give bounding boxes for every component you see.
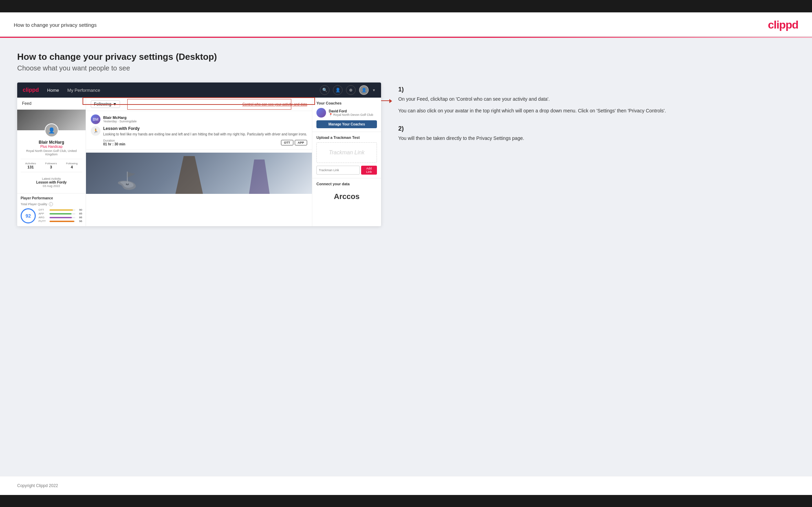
site-footer: Copyright Clippd 2022 bbox=[0, 476, 812, 495]
duration-value: 01 hr : 30 min bbox=[103, 142, 125, 146]
coach-club: 📍 Royal North Devon Golf Club bbox=[329, 113, 373, 117]
duration-label: Duration bbox=[103, 139, 125, 142]
feed-header-wrapper: Following ▼ Control who can see your act… bbox=[86, 98, 312, 111]
location-icon: 📍 bbox=[329, 113, 333, 117]
tag-app: APP bbox=[295, 140, 307, 145]
coach-name: David Ford bbox=[329, 109, 373, 113]
instruction-2-text: You will then be taken directly to the P… bbox=[398, 134, 795, 142]
app-body: Feed 👤 Blair McHarg Plus Handicap Royal … bbox=[17, 98, 381, 226]
annotation-arrow-head bbox=[389, 99, 392, 103]
plus-icon[interactable]: ⊕ bbox=[346, 85, 356, 95]
copyright-text: Copyright Clippd 2022 bbox=[17, 483, 58, 488]
instruction-2-para-1: You will then be taken directly to the P… bbox=[398, 134, 795, 142]
post-location: Yesterday · Sunningdale bbox=[103, 120, 137, 123]
avatar-icon[interactable]: 👤 bbox=[359, 85, 369, 95]
profile-handicap: Plus Handicap bbox=[21, 145, 82, 148]
app-mockup-wrapper: clippd Home My Performance 🔍 👤 ⊕ 👤 ▼ bbox=[17, 82, 381, 226]
quality-bars: OTT 90 APP 85 bbox=[39, 208, 82, 223]
profile-stats: Activities 131 Followers 3 Following 4 bbox=[21, 159, 82, 172]
coach-avatar bbox=[316, 108, 326, 118]
latest-activity-date: 03 Aug 2022 bbox=[24, 184, 79, 188]
profile-club: Royal North Devon Golf Club, United King… bbox=[21, 149, 82, 156]
feed-tab[interactable]: Feed bbox=[17, 98, 86, 110]
instruction-1-number: 1) bbox=[398, 86, 795, 93]
tag-row: OTT APP bbox=[281, 140, 307, 145]
manage-coaches-button[interactable]: Manage Your Coaches bbox=[316, 120, 377, 128]
post-title: Lesson with Fordy bbox=[103, 126, 307, 131]
annotation-arrow-line bbox=[381, 100, 391, 101]
golfer-silhouette-2 bbox=[249, 159, 270, 194]
app-mockup: clippd Home My Performance 🔍 👤 ⊕ 👤 ▼ bbox=[17, 82, 381, 226]
latest-activity: Latest Activity Lesson with Fordy 03 Aug… bbox=[21, 175, 82, 190]
profile-name: Blair McHarg bbox=[21, 140, 82, 145]
app-feed: Following ▼ Control who can see your act… bbox=[86, 98, 312, 226]
instruction-1: 1) On your Feed, click/tap on 'Control w… bbox=[398, 86, 795, 115]
app-logo: clippd bbox=[23, 87, 39, 93]
post-body: Looking to feel like my hands are exitin… bbox=[103, 132, 307, 137]
bar-app: APP 85 bbox=[39, 212, 82, 215]
tag-ott: OTT bbox=[281, 140, 293, 145]
nav-icons: 🔍 👤 ⊕ 👤 ▼ bbox=[320, 85, 376, 95]
control-privacy-link[interactable]: Control who can see your activity and da… bbox=[242, 102, 307, 106]
trackman-placeholder: Trackman Link bbox=[320, 150, 373, 156]
person-icon[interactable]: 👤 bbox=[333, 85, 343, 95]
instruction-2-number: 2) bbox=[398, 125, 795, 132]
arccos-logo: Arccos bbox=[316, 189, 377, 205]
stat-activities: Activities 131 bbox=[25, 162, 36, 169]
coach-row: David Ford 📍 Royal North Devon Golf Club bbox=[316, 108, 377, 118]
top-bar bbox=[0, 0, 812, 12]
instructions-column: 1) On your Feed, click/tap on 'Control w… bbox=[395, 82, 795, 152]
post-avatar: BM bbox=[91, 114, 100, 124]
golfer-figure-1: ⛳ bbox=[117, 171, 137, 190]
main-subheading: Choose what you want people to see bbox=[17, 64, 795, 72]
quality-row: 92 OTT 90 APP bbox=[21, 208, 82, 223]
duration-row: Duration 01 hr : 30 min OTT APP bbox=[103, 139, 307, 146]
info-icon: i bbox=[49, 202, 53, 206]
instruction-1-para-2: You can also click on your avatar in the… bbox=[398, 107, 795, 114]
quality-score: 92 bbox=[21, 208, 36, 223]
add-link-button[interactable]: Add Link bbox=[361, 166, 377, 175]
post-user-row: BM Blair McHarg Yesterday · Sunningdale bbox=[91, 114, 307, 124]
page-title: How to change your privacy settings bbox=[14, 22, 97, 28]
instruction-1-para-1: On your Feed, click/tap on 'Control who … bbox=[398, 95, 795, 103]
instruction-1-text: On your Feed, click/tap on 'Control who … bbox=[398, 95, 795, 115]
connect-title: Connect your data bbox=[316, 182, 377, 186]
search-icon[interactable]: 🔍 bbox=[320, 85, 329, 95]
bar-arg: ARG 86 bbox=[39, 216, 82, 219]
latest-activity-title: Lesson with Fordy bbox=[24, 180, 79, 184]
trackman-link-input[interactable] bbox=[316, 166, 360, 175]
profile-banner: 👤 bbox=[17, 110, 86, 130]
total-quality-label: Total Player Quality i bbox=[21, 202, 82, 206]
following-button[interactable]: Following ▼ bbox=[91, 100, 120, 108]
feed-header: Following ▼ Control who can see your act… bbox=[86, 98, 312, 111]
app-navbar: clippd Home My Performance 🔍 👤 ⊕ 👤 ▼ bbox=[17, 82, 381, 98]
feed-post: BM Blair McHarg Yesterday · Sunningdale … bbox=[86, 111, 312, 150]
profile-info: Blair McHarg Plus Handicap Royal North D… bbox=[17, 130, 86, 193]
bar-putt: PUTT 96 bbox=[39, 220, 82, 223]
instruction-2: 2) You will then be taken directly to th… bbox=[398, 125, 795, 142]
profile-avatar: 👤 bbox=[45, 123, 58, 137]
trackman-section: Upload a Trackman Test Trackman Link Add… bbox=[312, 132, 381, 178]
nav-home[interactable]: Home bbox=[47, 88, 59, 93]
site-header: How to change your privacy settings clip… bbox=[0, 12, 812, 37]
content-columns: clippd Home My Performance 🔍 👤 ⊕ 👤 ▼ bbox=[17, 82, 795, 226]
bottom-bar bbox=[0, 495, 812, 507]
trackman-title: Upload a Trackman Test bbox=[316, 135, 377, 140]
logo: clippd bbox=[768, 19, 798, 31]
post-image: ⛳ bbox=[86, 153, 312, 194]
coaches-title: Your Coaches bbox=[316, 101, 377, 105]
performance-title: Player Performance bbox=[21, 196, 82, 200]
lesson-icon: 🏃 bbox=[91, 126, 100, 136]
coaches-section: Your Coaches David Ford 📍 Royal North De… bbox=[312, 98, 381, 132]
chevron-down-icon: ▼ bbox=[113, 102, 117, 107]
trackman-input-row: Add Link bbox=[316, 166, 377, 175]
stat-following: Following 4 bbox=[66, 162, 78, 169]
trackman-input-area: Trackman Link bbox=[316, 142, 377, 163]
stat-followers: Followers 3 bbox=[45, 162, 57, 169]
nav-my-performance[interactable]: My Performance bbox=[67, 88, 100, 93]
connect-section: Connect your data Arccos bbox=[312, 178, 381, 208]
golfer-silhouette-1 bbox=[175, 156, 203, 194]
app-right-panel: Your Coaches David Ford 📍 Royal North De… bbox=[312, 98, 381, 226]
post-username: Blair McHarg bbox=[103, 115, 137, 120]
avatar-chevron: ▼ bbox=[372, 88, 376, 92]
